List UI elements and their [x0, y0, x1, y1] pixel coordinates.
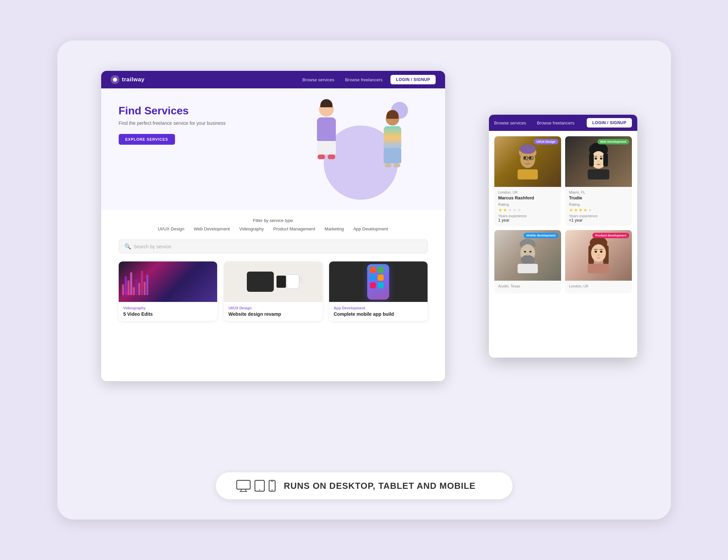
device-icons: [236, 480, 276, 492]
rating-label-trudie: Rating: [569, 202, 628, 206]
ux-cup: [286, 274, 299, 289]
star: ★: [583, 207, 587, 213]
service-card-videography[interactable]: Videography 5 Video Edits: [119, 261, 217, 321]
service-card-app[interactable]: App Development Complete mobile app buil…: [329, 261, 428, 321]
figure1-shoe-left: [318, 155, 325, 159]
stars-rashford: ★ ★ ★ ★ ★: [498, 207, 557, 213]
secondary-login-button[interactable]: LOGIN / SIGNUP: [587, 118, 632, 128]
tablet-icon: [254, 480, 265, 492]
video-bar: [130, 272, 132, 295]
star: ★: [579, 207, 583, 213]
svg-point-3: [529, 157, 531, 159]
browser-secondary-window: Browse services Browse freelancers LOGIN…: [489, 115, 637, 358]
freelancer-badge-product: Product development: [592, 233, 629, 238]
freelancer-badge-ux: UI/UX Design: [534, 139, 558, 144]
exp-value-trudie: <1 year: [569, 218, 628, 223]
video-bars: [119, 261, 217, 302]
video-bar: [146, 275, 148, 295]
rating-label-rashford: Rating: [498, 202, 557, 206]
freelancer-info-rashford: London, UK Marcus Rashford Rating ★ ★ ★ …: [494, 187, 561, 226]
brand-logo: trailway: [111, 75, 302, 84]
nav-browse-freelancers[interactable]: Browse freelancers: [345, 77, 382, 82]
freelancer-name-rashford: Marcus Rashford: [498, 195, 557, 200]
star: ★: [513, 207, 517, 213]
filter-tag-marketing[interactable]: Marketing: [325, 226, 344, 231]
freelancer-card-bearded[interactable]: Mobile development Austin, Texas: [494, 230, 561, 293]
svg-point-30: [600, 251, 602, 253]
svg-rect-34: [237, 480, 250, 489]
login-signup-button[interactable]: LOGIN / SIGNUP: [390, 75, 435, 84]
filter-tag-ux[interactable]: UI/UX Design: [158, 226, 184, 231]
svg-rect-17: [588, 169, 609, 179]
card-category-ux: UI/UX Design: [229, 306, 318, 310]
figure2-shoe-left: [385, 163, 391, 167]
video-bar: [122, 284, 124, 295]
video-bar: [125, 276, 127, 295]
bottom-bar-text: RUNS ON DESKTOP, TABLET AND MOBILE: [284, 481, 476, 491]
svg-rect-24: [518, 264, 538, 273]
star: ★: [498, 207, 502, 213]
svg-point-22: [529, 251, 531, 253]
freelancer-card-rashford[interactable]: UI/UX Design London, UK Marcus Rashford …: [494, 136, 561, 226]
svg-point-21: [524, 251, 526, 253]
search-placeholder: Search by service: [134, 244, 171, 249]
search-bar[interactable]: 🔍 Search by service: [119, 240, 428, 253]
freelancer-card-trudie[interactable]: Web Development Miami, FL Trudie Rating …: [565, 136, 632, 226]
explore-services-button[interactable]: EXPLORE SERVICES: [119, 134, 175, 145]
secondary-navbar: Browse services Browse freelancers LOGIN…: [489, 115, 637, 131]
freelancer-grid: UI/UX Design London, UK Marcus Rashford …: [489, 131, 637, 299]
figure2-shoes: [384, 163, 401, 167]
filter-tag-pm[interactable]: Product Management: [273, 226, 315, 231]
svg-point-31: [598, 254, 600, 256]
card-body-app: App Development Complete mobile app buil…: [329, 302, 428, 321]
secondary-nav-browse-services[interactable]: Browse services: [494, 120, 526, 125]
freelancer-badge-web: Web Development: [598, 139, 629, 144]
figure1-shoes: [317, 155, 336, 159]
filter-section: Filter by service type UI/UX Design Web …: [101, 210, 445, 235]
outer-card: trailway Browse services Browse freelanc…: [57, 40, 671, 520]
freelancer-badge-mobile: Mobile development: [524, 233, 558, 238]
figure1-shoe-right: [328, 155, 335, 159]
svg-rect-12: [589, 153, 594, 167]
card-category-app: App Development: [334, 306, 423, 310]
svg-point-20: [521, 255, 534, 264]
star: ★: [588, 207, 592, 213]
hero-title: Find Services: [119, 105, 428, 117]
freelancer-location-rashford: London, UK: [498, 190, 557, 194]
star: ★: [574, 207, 578, 213]
service-cards-grid: Videography 5 Video Edits UI/UX Design: [101, 257, 445, 332]
filter-tag-app[interactable]: App Development: [353, 226, 388, 231]
card-image-app: [329, 261, 428, 302]
freelancer-location-woman: London, UK: [569, 284, 628, 288]
video-bar: [133, 287, 135, 295]
face-svg-bearded: [514, 237, 541, 274]
secondary-nav-links: Browse services Browse freelancers: [494, 120, 587, 125]
brand-name: trailway: [122, 76, 145, 83]
filter-tag-video[interactable]: Videography: [239, 226, 264, 231]
browser-main-window: trailway Browse services Browse freelanc…: [101, 71, 445, 381]
filter-tag-web[interactable]: Web Development: [194, 226, 230, 231]
svg-rect-13: [603, 153, 608, 167]
star: ★: [508, 207, 512, 213]
card-body-ux: UI/UX Design Website design revamp: [224, 302, 322, 321]
desktop-icon: [236, 480, 251, 492]
freelancer-card-woman[interactable]: Product development London, UK: [565, 230, 632, 293]
secondary-nav-browse-freelancers[interactable]: Browse freelancers: [537, 120, 574, 125]
card-title-app: Complete mobile app build: [334, 311, 423, 317]
svg-point-14: [594, 158, 597, 160]
svg-point-9: [520, 144, 536, 154]
ux-tablet: [247, 272, 274, 292]
freelancer-location-bearded: Austin, Texas: [498, 284, 557, 288]
svg-point-41: [271, 489, 272, 491]
freelancer-location-trudie: Miami, FL: [569, 190, 628, 194]
freelancer-name-trudie: Trudie: [569, 195, 628, 200]
freelancer-info-trudie: Miami, FL Trudie Rating ★ ★ ★ ★ ★ Years …: [565, 187, 632, 226]
hero-section: Find Services Find the perfect freelance…: [101, 88, 445, 210]
svg-point-2: [524, 157, 526, 159]
card-category-videography: Videography: [123, 306, 212, 310]
card-title-ux: Website design revamp: [229, 311, 318, 317]
svg-point-28: [591, 244, 606, 262]
nav-browse-services[interactable]: Browse services: [302, 77, 334, 82]
face-svg-woman: [585, 237, 612, 274]
service-card-ux[interactable]: UI/UX Design Website design revamp: [224, 261, 322, 321]
